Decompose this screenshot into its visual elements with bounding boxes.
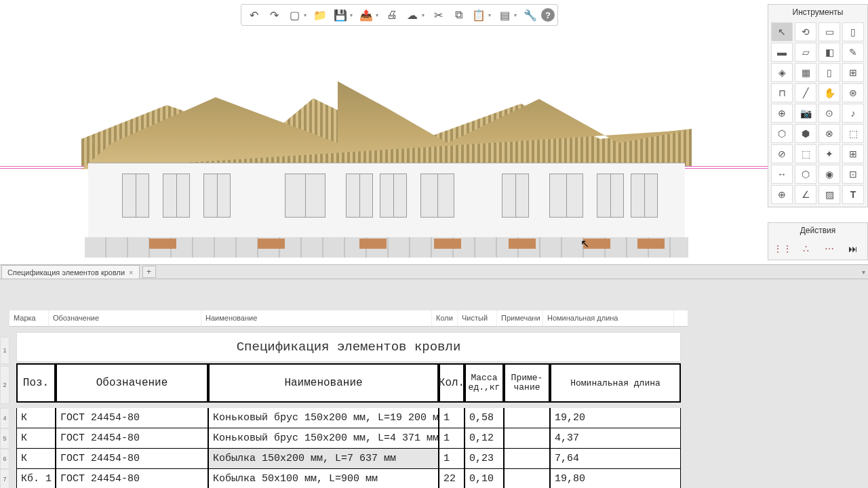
viewport-3d[interactable]: ↖ [0, 0, 768, 264]
cell-pos[interactable]: К [16, 408, 56, 428]
action-align-left[interactable]: ⋮⋮ [773, 241, 792, 257]
cell-nomlen[interactable]: 19,20 [550, 408, 681, 428]
row-num[interactable]: 7 [0, 469, 9, 488]
stair-tool[interactable]: ◈ [771, 63, 793, 82]
table-row[interactable]: КГОСТ 24454-80Кобылка 150x200 мм, L=7 63… [16, 449, 681, 469]
paste-button[interactable]: 📋 [469, 5, 488, 24]
level-tool[interactable]: ⬡ [795, 165, 816, 184]
table-row[interactable]: КГОСТ 24454-80Коньковый брус 150x200 мм,… [16, 408, 681, 428]
folder-button[interactable]: 📁 [311, 5, 330, 24]
tab-close-icon[interactable]: × [129, 268, 133, 277]
row-num[interactable]: 1 [0, 337, 9, 364]
action-align-right[interactable]: ⋯ [820, 241, 839, 257]
line-tool[interactable]: ╱ [795, 83, 816, 102]
cell-name[interactable]: Коньковый брус 150x200 мм, L=19 200 мм [208, 408, 439, 428]
settings-button[interactable]: 🔧 [521, 5, 540, 24]
opening-tool[interactable]: ⊓ [771, 83, 793, 102]
layers-button[interactable]: ▤ [495, 5, 514, 24]
col-h-ob[interactable]: Обозначение [49, 310, 201, 326]
tab-spec[interactable]: Спецификация элементов кровли × [1, 265, 140, 279]
row-num[interactable]: 6 [0, 449, 9, 469]
col-h-marka[interactable]: Марка [9, 310, 49, 326]
hand-tool[interactable]: ✋ [818, 83, 840, 102]
mesh-tool[interactable]: ⊛ [842, 83, 864, 102]
section-tool[interactable]: ♪ [842, 104, 864, 123]
grid-tool[interactable]: ⊕ [771, 104, 793, 123]
spec-title[interactable]: Спецификация элементов кровли [16, 332, 681, 362]
col-h-pr[interactable]: Примечани [497, 310, 543, 326]
copy-button[interactable]: ⧉ [449, 5, 468, 24]
redo-button[interactable]: ↷ [264, 5, 283, 24]
cell-nomlen[interactable]: 7,64 [550, 449, 681, 469]
cell-name[interactable]: Коньковый брус 150x200 мм, L=4 371 мм [208, 428, 439, 449]
cell-nomlen[interactable]: 19,80 [550, 469, 681, 488]
beam-tool[interactable]: ✎ [842, 43, 864, 62]
cell-massa[interactable]: 0,12 [465, 428, 504, 449]
cell-prim[interactable] [504, 469, 550, 488]
col-h-na[interactable]: Наименование [201, 310, 432, 326]
orbit-tool[interactable]: ⟲ [795, 22, 816, 41]
terrain-tool[interactable]: ⊞ [842, 144, 864, 163]
col-h-ch[interactable]: Чистый [458, 310, 497, 326]
cell-prim[interactable] [504, 428, 550, 449]
railing-tool[interactable]: ▦ [795, 63, 816, 82]
cell-massa[interactable]: 0,23 [465, 449, 504, 469]
action-skip[interactable]: ⏭ [844, 241, 863, 257]
slab-tool[interactable]: ▬ [771, 43, 793, 62]
cut-button[interactable]: ✂ [429, 5, 448, 24]
roof-tool[interactable]: ▱ [795, 43, 816, 62]
table-row[interactable]: Кб. 1ГОСТ 24454-80Кобылка 50x100 мм, L=9… [16, 469, 681, 488]
cell-kol[interactable]: 1 [439, 449, 465, 469]
undo-button[interactable]: ↶ [244, 5, 263, 24]
cell-ob[interactable]: ГОСТ 24454-80 [56, 428, 208, 449]
cell-kol[interactable]: 1 [439, 428, 465, 449]
cell-pos[interactable]: К [16, 428, 56, 449]
cell-massa[interactable]: 0,10 [465, 469, 504, 488]
cell-nomlen[interactable]: 4,37 [550, 428, 681, 449]
label-tool[interactable]: ◉ [818, 165, 840, 184]
profile-tool[interactable]: ✦ [818, 144, 840, 163]
wall-tool[interactable]: ◧ [818, 43, 840, 62]
fill-tool[interactable]: ⊘ [771, 144, 793, 163]
cell-name[interactable]: Кобылка 150x200 мм, L=7 637 мм [208, 449, 439, 469]
text-tool[interactable]: T [842, 185, 864, 204]
cell-ob[interactable]: ГОСТ 24454-80 [56, 449, 208, 469]
radial-tool[interactable]: ⊕ [771, 185, 793, 204]
zone-tool[interactable]: ⬚ [842, 124, 864, 143]
pointer-tool[interactable]: ↖ [771, 22, 793, 41]
angle-tool[interactable]: ∠ [795, 185, 816, 204]
object-tool[interactable]: ⊗ [818, 124, 840, 143]
cell-pos[interactable]: К [16, 449, 56, 469]
cell-ob[interactable]: ГОСТ 24454-80 [56, 408, 208, 428]
save-button[interactable]: 💾 [331, 5, 350, 24]
hatch-tool[interactable]: ▨ [818, 185, 840, 204]
col-h-nl[interactable]: Номинальная длина [543, 310, 674, 326]
detail-tool[interactable]: ⊡ [842, 165, 864, 184]
action-align-center[interactable]: ∴ [797, 241, 816, 257]
table-row[interactable]: КГОСТ 24454-80Коньковый брус 150x200 мм,… [16, 428, 681, 449]
tab-menu-icon[interactable]: ▾ [862, 268, 865, 276]
cell-kol[interactable]: 1 [439, 408, 465, 428]
cell-ob[interactable]: ГОСТ 24454-80 [56, 469, 208, 488]
curtain-tool[interactable]: ⬚ [795, 144, 816, 163]
measure-tool[interactable]: ⊙ [818, 104, 840, 123]
cell-name[interactable]: Кобылка 50x100 мм, L=900 мм [208, 469, 439, 488]
row-num[interactable]: 2 [0, 366, 9, 404]
row-num[interactable]: 5 [0, 428, 9, 449]
cell-kol[interactable]: 22 [439, 469, 465, 488]
help-button[interactable]: ? [541, 8, 555, 22]
print-button[interactable]: 🖨 [382, 5, 401, 24]
cell-massa[interactable]: 0,58 [465, 408, 504, 428]
tab-add-button[interactable]: + [142, 266, 156, 278]
export-button[interactable]: 📤 [357, 5, 376, 24]
row-num[interactable]: 4 [0, 408, 9, 428]
dim-tool[interactable]: ↔ [771, 165, 793, 184]
cloud-button[interactable]: ☁ [403, 5, 422, 24]
shell-tool[interactable]: ⬢ [795, 124, 816, 143]
door-tool[interactable]: ▯ [818, 63, 840, 82]
window-tool[interactable]: ⊞ [842, 63, 864, 82]
col-h-kol[interactable]: Коли [432, 310, 458, 326]
column-tool[interactable]: ▯ [842, 22, 864, 41]
rect-tool[interactable]: ▭ [818, 22, 840, 41]
morph-tool[interactable]: ⬡ [771, 124, 793, 143]
